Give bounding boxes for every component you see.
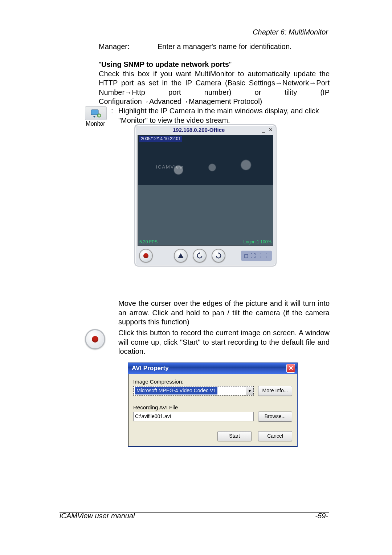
snmp-title-bold: Using SNMP to update network ports	[101, 60, 229, 68]
image-compression-label: Image Compression:	[133, 378, 292, 385]
snmp-paragraph: Check this box if you want MultiMonitor …	[99, 69, 330, 106]
footer-left: iCAMView user manual	[60, 511, 135, 521]
pan-tilt-paragraph: Move the curser over the edges of the pi…	[118, 299, 330, 327]
dialog-close-button[interactable]: ✕	[286, 364, 295, 373]
grip-icon[interactable]: ⋮⋮	[258, 252, 269, 259]
manager-label: Manager:	[99, 42, 158, 52]
header-rule	[60, 40, 329, 40]
manager-description: Enter a manager's name for identificatio…	[158, 42, 292, 52]
close-icon[interactable]: ✕	[269, 127, 274, 133]
viewer-controls: ◻ ⛶ ⋮⋮	[135, 246, 275, 266]
recording-avi-file-field[interactable]: C:\avifile001.avi	[133, 412, 254, 421]
fullscreen-icon[interactable]: ⛶	[250, 252, 256, 259]
record-button-large[interactable]	[85, 329, 105, 349]
rotate-cw-button[interactable]	[212, 249, 225, 263]
chapter-header: Chapter 6: MultiMonitor	[253, 28, 328, 37]
image-compression-combo[interactable]: Microsoft MPEG-4 Video Codec V1 ▼	[133, 386, 254, 396]
viewer-video-area[interactable]: 2005/12/14 10:22:01 iCAMView 5.20 FPS Lo…	[138, 135, 273, 246]
dialog-title: AVI Property	[132, 364, 169, 372]
monitor-caption: Monitor	[85, 120, 106, 127]
minimize-icon[interactable]: _	[262, 127, 266, 133]
colon-separator: :	[111, 106, 116, 116]
viewer-timestamp: 2005/12/14 10:22:01	[139, 136, 182, 142]
svg-rect-0	[91, 110, 98, 115]
viewer-fps: 5.20 FPS	[139, 239, 158, 245]
monitor-instruction: Highlight the IP Camera in the main wind…	[118, 106, 330, 125]
cancel-button[interactable]: Cancel	[258, 431, 292, 441]
manager-row: Manager: Enter a manager's name for iden…	[99, 42, 330, 52]
video-viewer-window: 192.168.0.200-Office _ ✕ 2005/12/14 10:2…	[134, 124, 277, 267]
snmp-section: "Using SNMP to update network ports" Che…	[99, 60, 330, 106]
snapshot-icon[interactable]: ◻	[244, 252, 248, 259]
browse-button[interactable]: Browse...	[258, 412, 292, 422]
alert-button[interactable]	[174, 249, 188, 263]
record-button[interactable]	[139, 249, 153, 263]
viewer-watermark: iCAMView	[156, 164, 184, 170]
monitor-icon	[85, 106, 107, 120]
record-paragraph: Click this button to record the current …	[118, 328, 330, 356]
more-info-button[interactable]: More Info...	[258, 386, 292, 396]
image-compression-value: Microsoft MPEG-4 Video Codec V1	[135, 387, 217, 394]
footer-page-number: -59-	[315, 511, 328, 521]
chevron-down-icon[interactable]: ▼	[246, 387, 253, 395]
svg-point-1	[97, 114, 101, 117]
avi-property-dialog: AVI Property ✕ Image Compression: Micros…	[128, 362, 298, 447]
viewer-logon-status: Logon:1 100%	[244, 239, 271, 245]
recording-avi-file-label: Recording AVI File	[133, 404, 292, 411]
rotate-ccw-button[interactable]	[193, 249, 207, 263]
viewer-title: 192.168.0.200-Office	[135, 126, 262, 133]
start-button[interactable]: Start	[217, 431, 252, 441]
snmp-quote-close: "	[229, 60, 232, 68]
